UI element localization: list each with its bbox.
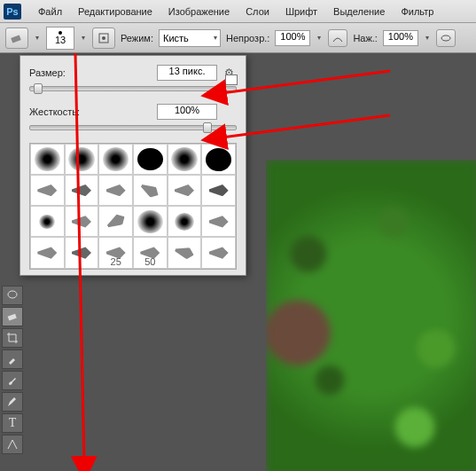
brush-swatch[interactable]	[65, 175, 99, 206]
svg-line-7	[222, 115, 390, 137]
hardness-label: Жесткость:	[29, 106, 100, 117]
hardness-slider[interactable]	[29, 125, 237, 130]
brush-swatch[interactable]	[201, 175, 236, 206]
opacity-value: 100%	[280, 31, 305, 42]
current-tool-eraser[interactable]	[5, 27, 28, 49]
brush-swatch[interactable]	[201, 144, 236, 175]
flow-input[interactable]: 100%	[383, 30, 418, 46]
brush-swatch[interactable]	[168, 175, 202, 206]
menu-edit[interactable]: Редактирование	[70, 6, 160, 17]
size-label: Размер:	[29, 67, 100, 78]
document-canvas[interactable]	[266, 160, 476, 471]
brush-swatch[interactable]	[168, 237, 202, 268]
brush-swatch[interactable]	[168, 144, 202, 175]
brush-swatch-grid: 25 50	[29, 143, 237, 270]
brush-swatch[interactable]	[65, 144, 99, 175]
svg-point-2	[102, 36, 105, 40]
opacity-input[interactable]: 100%	[275, 30, 310, 46]
menu-file[interactable]: Файл	[30, 6, 70, 17]
menu-filter[interactable]: Фильтр	[393, 6, 441, 17]
tool-crop[interactable]	[2, 328, 23, 348]
brush-swatch[interactable]	[98, 175, 133, 206]
brush-swatch[interactable]	[65, 206, 99, 237]
new-preset-icon[interactable]	[225, 75, 238, 85]
size-slider-thumb[interactable]	[34, 83, 43, 94]
brush-panel-toggle[interactable]	[92, 27, 115, 49]
tool-brush[interactable]	[2, 371, 23, 390]
brush-swatch[interactable]	[30, 175, 65, 206]
menu-layers[interactable]: Слои	[238, 6, 277, 17]
hardness-value: 100%	[175, 105, 199, 115]
menu-type[interactable]: Шрифт	[277, 6, 325, 17]
brush-swatch[interactable]	[133, 206, 168, 237]
brush-settings-panel: Размер: 13 пикс. ⚙ Жесткость: 100% 25	[20, 55, 246, 276]
swatch-label: 25	[111, 256, 121, 267]
menu-bar: Ps Файл Редактирование Изображение Слои …	[0, 0, 476, 23]
brush-swatch[interactable]	[133, 175, 168, 206]
brush-swatch[interactable]	[133, 144, 168, 175]
flow-value: 100%	[388, 31, 413, 42]
svg-line-6	[222, 71, 390, 93]
options-bar: ▾ 13 ▾ Режим: Кисть Непрозр.: 100% ▾ Наж…	[0, 23, 476, 53]
pressure-opacity-toggle[interactable]	[328, 29, 347, 47]
flow-dropdown-icon[interactable]: ▾	[424, 34, 431, 42]
tool-text[interactable]: T	[2, 413, 23, 433]
brush-preset-picker[interactable]: 13	[46, 27, 74, 50]
brush-swatch[interactable]: 25	[98, 237, 133, 268]
opacity-dropdown-icon[interactable]: ▾	[316, 34, 323, 42]
brush-swatch[interactable]	[201, 206, 236, 237]
airbrush-toggle[interactable]	[436, 29, 456, 47]
flow-label: Наж.:	[353, 33, 378, 43]
mode-value: Кисть	[163, 33, 189, 43]
brush-swatch[interactable]	[201, 237, 236, 268]
brush-swatch[interactable]	[98, 144, 133, 175]
tool-eyedropper[interactable]	[2, 349, 23, 369]
brush-swatch[interactable]	[30, 144, 65, 175]
toolbox: T	[0, 284, 25, 456]
brush-swatch[interactable]	[65, 237, 99, 268]
brush-swatch[interactable]: 50	[133, 237, 168, 268]
size-value: 13 пикс.	[169, 66, 206, 76]
hardness-slider-thumb[interactable]	[203, 122, 212, 133]
mode-select[interactable]: Кисть	[159, 29, 221, 47]
mode-label: Режим:	[121, 33, 153, 43]
tool-path[interactable]	[2, 435, 23, 454]
app-logo: Ps	[4, 4, 21, 20]
opacity-label: Непрозр.:	[226, 33, 269, 43]
brush-swatch[interactable]	[30, 206, 65, 237]
tool-dropdown-icon[interactable]: ▾	[34, 34, 41, 42]
menu-select[interactable]: Выделение	[325, 6, 393, 17]
tool-lasso[interactable]	[2, 286, 23, 305]
swatch-label: 50	[144, 256, 155, 267]
brush-swatch[interactable]	[168, 206, 202, 237]
svg-rect-0	[11, 35, 20, 43]
brush-size-display: 13	[55, 35, 66, 45]
brush-swatch[interactable]	[98, 206, 133, 237]
brush-swatch[interactable]	[30, 237, 65, 268]
svg-rect-5	[8, 314, 17, 321]
tool-pencil[interactable]	[2, 392, 23, 412]
brush-dropdown-icon[interactable]: ▾	[80, 34, 87, 42]
menu-image[interactable]: Изображение	[160, 6, 238, 17]
size-input[interactable]: 13 пикс.	[157, 65, 217, 81]
canvas-image	[266, 160, 476, 471]
size-slider[interactable]	[29, 86, 237, 91]
svg-point-3	[441, 35, 450, 41]
tool-eraser[interactable]	[2, 307, 23, 326]
hardness-input[interactable]: 100%	[157, 104, 217, 120]
svg-point-4	[8, 291, 17, 298]
